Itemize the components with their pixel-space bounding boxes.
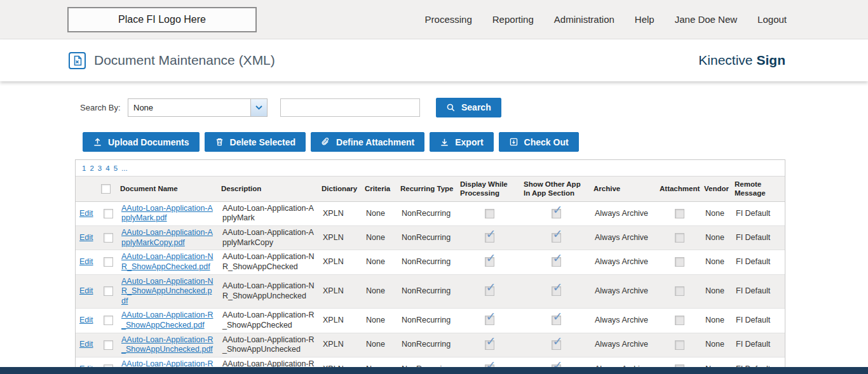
remote-message-cell: FI Default	[732, 309, 785, 333]
page-link-3[interactable]: 3	[98, 164, 102, 172]
row-select-checkbox[interactable]	[104, 340, 113, 350]
show-other-app-checkbox[interactable]: ✓	[552, 209, 561, 218]
display-while-processing-checkbox[interactable]: ✓	[485, 316, 494, 325]
display-while-processing-checkbox[interactable]: ✓	[485, 233, 494, 243]
recurring-type-cell: NonRecurring	[398, 201, 458, 225]
column-header-display-while-processing: Display While Processing	[458, 177, 521, 202]
footer-bar	[0, 367, 868, 374]
show-other-app-checkbox[interactable]: ✓	[552, 316, 561, 325]
display-while-processing-cell: ✓	[458, 274, 521, 309]
export-label: Export	[455, 137, 483, 147]
criteria-cell: None	[362, 250, 398, 274]
row-select-checkbox[interactable]	[104, 286, 113, 296]
show-other-app-checkbox[interactable]: ✓	[552, 286, 561, 296]
nav-help[interactable]: Help	[635, 14, 654, 25]
export-button[interactable]: Export	[430, 132, 493, 152]
nav-processing[interactable]: Processing	[425, 14, 472, 25]
display-while-processing-cell: ✓	[458, 250, 521, 274]
document-name-link[interactable]: AAuto-Loan-Application-R_ShowAppUnchecke…	[121, 335, 214, 354]
checkmark-icon: ✓	[553, 281, 563, 293]
select-all-checkbox[interactable]	[101, 184, 111, 194]
edit-link[interactable]: Edit	[79, 257, 93, 266]
table-row: Edit AAuto-Loan-Application-NR_ShowAppUn…	[76, 274, 785, 309]
edit-link[interactable]: Edit	[79, 286, 93, 295]
table-row: Edit AAuto-Loan-Application-R_ShowAppUnc…	[76, 333, 785, 357]
show-other-app-cell: ✓	[521, 333, 591, 357]
attachment-checkbox[interactable]	[675, 233, 684, 243]
criteria-cell: None	[362, 309, 398, 333]
row-select-checkbox[interactable]	[104, 257, 113, 267]
column-header-criteria: Criteria	[362, 177, 398, 202]
display-while-processing-checkbox[interactable]: ✓	[485, 257, 494, 267]
attachment-checkbox[interactable]	[675, 209, 684, 218]
remote-message-cell: FI Default	[732, 226, 785, 250]
fi-logo-text: Place FI Logo Here	[118, 14, 206, 25]
display-while-processing-checkbox[interactable]: ✓	[485, 340, 494, 350]
page-link-2[interactable]: 2	[90, 164, 93, 172]
document-name-link[interactable]: AAuto-Loan-Application-NR_ShowAppChecked…	[121, 252, 214, 271]
show-other-app-checkbox[interactable]: ✓	[552, 257, 561, 267]
dictionary-cell: XPLN	[319, 226, 362, 250]
attachment-checkbox[interactable]	[675, 257, 684, 267]
recurring-type-cell: NonRecurring	[398, 274, 458, 309]
page-link-4[interactable]: 4	[105, 164, 109, 172]
column-header-recurring-type: Recurring Type	[398, 177, 458, 202]
show-other-app-checkbox[interactable]: ✓	[552, 340, 561, 350]
display-while-processing-cell	[458, 201, 521, 225]
column-header-description: Description	[219, 177, 319, 202]
column-header-attachment: Attachment	[657, 177, 702, 202]
dictionary-cell: XPLN	[319, 201, 362, 225]
display-while-processing-checkbox[interactable]	[485, 209, 494, 218]
column-header-dictionary: Dictionary	[319, 177, 362, 202]
search-button[interactable]: Search	[436, 98, 501, 117]
document-name-link[interactable]: AAuto-Loan-Application-R_ShowAppChecked.…	[121, 311, 214, 330]
archive-cell: Always Archive	[591, 201, 657, 225]
checkout-icon	[509, 137, 519, 147]
edit-link[interactable]: Edit	[79, 316, 93, 324]
checkmark-icon: ✓	[553, 228, 563, 240]
row-select-checkbox[interactable]	[104, 209, 113, 218]
vendor-cell: None	[702, 309, 732, 333]
document-name-link[interactable]: AAuto-Loan-Application-ApplyMarkCopy.pdf	[121, 228, 213, 247]
page-link-1[interactable]: 1	[82, 164, 86, 172]
export-icon	[440, 137, 449, 147]
nav-administration[interactable]: Administration	[554, 14, 614, 25]
attachment-checkbox[interactable]	[675, 286, 684, 296]
edit-column-header	[76, 177, 98, 202]
archive-cell: Always Archive	[591, 226, 657, 250]
display-while-processing-checkbox[interactable]: ✓	[485, 286, 494, 296]
row-select-checkbox[interactable]	[104, 316, 113, 325]
description-cell: AAuto-Loan-Application-ApplyMarkCopy	[219, 226, 319, 250]
recurring-type-cell: NonRecurring	[398, 226, 458, 250]
nav-user[interactable]: Jane Doe New	[675, 14, 737, 25]
check-out-button[interactable]: Check Out	[499, 132, 579, 152]
edit-link[interactable]: Edit	[79, 340, 93, 349]
delete-selected-button[interactable]: Delete Selected	[205, 132, 306, 152]
delete-selected-label: Delete Selected	[230, 137, 296, 147]
archive-cell: Always Archive	[591, 250, 657, 274]
attachment-checkbox[interactable]	[675, 340, 684, 350]
chevron-down-icon[interactable]	[250, 99, 267, 116]
nav-logout[interactable]: Logout	[757, 14, 787, 25]
attachment-checkbox[interactable]	[675, 316, 684, 325]
criteria-cell: None	[362, 274, 398, 309]
checkmark-icon: ✓	[553, 204, 563, 216]
edit-link[interactable]: Edit	[79, 233, 93, 242]
show-other-app-checkbox[interactable]: ✓	[552, 233, 561, 243]
nav-reporting[interactable]: Reporting	[492, 14, 534, 25]
row-select-checkbox[interactable]	[104, 233, 113, 243]
dictionary-cell: XPLN	[319, 274, 362, 309]
search-input[interactable]	[280, 98, 420, 117]
search-by-dropdown[interactable]: None	[128, 98, 268, 117]
archive-cell: Always Archive	[591, 333, 657, 357]
table-row: Edit AAuto-Loan-Application-ApplyMark.pd…	[76, 201, 785, 225]
define-attachment-button[interactable]: Define Attachment	[311, 132, 424, 152]
edit-link[interactable]: Edit	[79, 209, 93, 218]
page-link-5[interactable]: 5	[114, 164, 118, 172]
upload-documents-button[interactable]: Upload Documents	[83, 132, 200, 152]
document-name-link[interactable]: AAuto-Loan-Application-ApplyMark.pdf	[121, 204, 213, 223]
paperclip-icon	[321, 137, 330, 147]
dictionary-cell: XPLN	[319, 250, 362, 274]
document-name-cell: AAuto-Loan-Application-NR_ShowAppUncheck…	[118, 274, 219, 309]
document-name-link[interactable]: AAuto-Loan-Application-NR_ShowAppUncheck…	[121, 277, 214, 305]
